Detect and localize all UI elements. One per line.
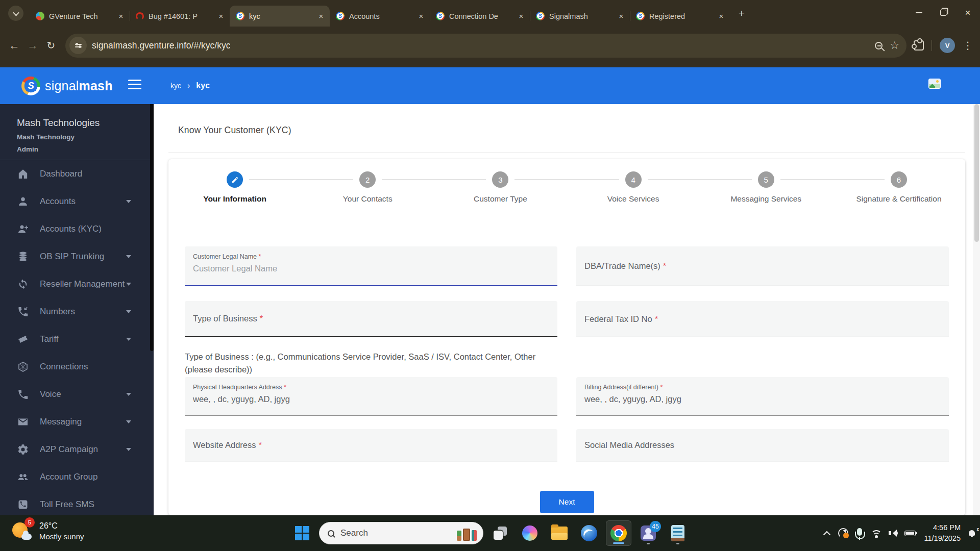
site-info-icon[interactable] bbox=[69, 37, 87, 54]
sidebar-item-a2p-campaign[interactable]: A2P Campaign bbox=[0, 436, 154, 463]
sidebar-item-voice[interactable]: Voice bbox=[0, 381, 154, 408]
step-4[interactable]: 4Voice Services bbox=[567, 171, 700, 204]
billing-address-field[interactable]: Billing Address(if different) * wee, , d… bbox=[576, 377, 949, 416]
browser-tab[interactable]: Bug #14601: P bbox=[130, 6, 230, 27]
sidebar-item-toll-free-sms[interactable]: Toll Free SMS bbox=[0, 491, 154, 515]
microphone-icon[interactable] bbox=[857, 528, 862, 536]
tab-close-icon[interactable] bbox=[617, 12, 626, 21]
sidebar-item-reseller-management[interactable]: Reseller Management bbox=[0, 270, 154, 298]
browser-tab[interactable]: SRegistered bbox=[630, 6, 730, 27]
address-bar[interactable]: signalmash.gventure.info/#/kyc/kyc bbox=[65, 34, 906, 58]
content-scrollbar-thumb[interactable] bbox=[974, 104, 979, 242]
taskbar-clock[interactable]: 4:56 PM 11/19/2025 bbox=[924, 522, 961, 544]
dba-trade-name-field[interactable]: DBA/Trade Name(s)* bbox=[576, 246, 949, 286]
next-button[interactable]: Next bbox=[540, 491, 594, 513]
thunderbird-button[interactable] bbox=[576, 520, 602, 546]
step-2[interactable]: 2Your Contacts bbox=[301, 171, 434, 204]
sidebar-item-numbers[interactable]: Numbers bbox=[0, 298, 154, 325]
breadcrumb-current[interactable]: kyc bbox=[196, 81, 210, 90]
people-icon bbox=[17, 471, 29, 483]
sidebar-item-dashboard[interactable]: Dashboard bbox=[0, 160, 154, 188]
browser-tab[interactable]: GVenture Tech bbox=[30, 6, 130, 27]
physical-hq-address-field[interactable]: Physical Headquarters Address * wee, , d… bbox=[185, 377, 557, 416]
chrome-button[interactable] bbox=[606, 520, 631, 546]
browser-menu-icon[interactable] bbox=[963, 39, 973, 52]
weather-widget[interactable]: 5 26°C Mostly sunny bbox=[12, 520, 84, 541]
copilot-button[interactable] bbox=[517, 520, 543, 546]
bookmark-star-icon[interactable] bbox=[890, 39, 899, 52]
back-button[interactable] bbox=[5, 36, 23, 55]
step-3[interactable]: 3Customer Type bbox=[434, 171, 567, 204]
social-media-field[interactable]: Social Media Addresses bbox=[576, 429, 949, 462]
sidebar-item-ob-sip-trunking[interactable]: OB SIP Trunking bbox=[0, 243, 154, 270]
signalmash-favicon-icon: S bbox=[336, 12, 345, 20]
clock-date: 11/19/2025 bbox=[924, 533, 961, 544]
tab-close-icon[interactable] bbox=[517, 12, 526, 21]
sidebar-item-tariff[interactable]: Tariff bbox=[0, 325, 154, 353]
step-6[interactable]: 6Signature & Certification bbox=[832, 171, 965, 204]
required-mark: * bbox=[284, 384, 286, 391]
new-tab-button[interactable] bbox=[734, 6, 749, 21]
sidebar-menu: DashboardAccountsAccounts (KYC)OB SIP Tr… bbox=[0, 160, 154, 515]
home-icon bbox=[17, 168, 29, 180]
billing-address-value[interactable]: wee, , dc, yguyg, AD, jgyg bbox=[584, 394, 941, 404]
teams-button[interactable]: 45 bbox=[635, 520, 661, 546]
notepad-button[interactable] bbox=[665, 520, 691, 546]
sidebar-scrollbar[interactable] bbox=[150, 104, 154, 351]
url-text[interactable]: signalmash.gventure.info/#/kyc/kyc bbox=[92, 40, 230, 51]
field-label: Federal Tax ID No bbox=[584, 314, 652, 324]
tab-close-icon[interactable] bbox=[116, 12, 126, 21]
extensions-icon[interactable] bbox=[914, 40, 924, 51]
customer-legal-name-input[interactable] bbox=[193, 264, 549, 273]
tab-close-icon[interactable] bbox=[717, 12, 726, 21]
tab-search-button[interactable] bbox=[8, 6, 23, 21]
network-volume-battery-group[interactable] bbox=[871, 529, 916, 537]
step-number: 5 bbox=[758, 171, 774, 188]
sidebar-item-account-group[interactable]: Account Group bbox=[0, 463, 154, 491]
notification-bell-icon[interactable]: z bbox=[968, 530, 976, 537]
sidebar-item-connections[interactable]: Connections bbox=[0, 353, 154, 381]
sidebar-item-accounts[interactable]: Accounts bbox=[0, 188, 154, 215]
tab-close-icon[interactable] bbox=[416, 12, 426, 21]
physical-hq-address-value[interactable]: wee, , dc, yguyg, AD, jgyg bbox=[193, 394, 549, 404]
required-mark: * bbox=[655, 314, 658, 324]
sidebar-item-messaging[interactable]: Messaging bbox=[0, 408, 154, 436]
forward-button[interactable] bbox=[23, 36, 42, 55]
breadcrumb-parent[interactable]: kyc bbox=[170, 82, 181, 90]
content-scrollbar[interactable] bbox=[973, 104, 980, 515]
start-button[interactable] bbox=[289, 520, 315, 546]
website-address-field[interactable]: Website Address* bbox=[185, 429, 557, 462]
breadcrumb: kyc › kyc bbox=[170, 81, 210, 90]
step-number: 2 bbox=[359, 171, 376, 188]
zoom-out-icon[interactable] bbox=[875, 42, 883, 49]
sidebar-item-accounts-kyc[interactable]: Accounts (KYC) bbox=[0, 215, 154, 243]
tab-close-icon[interactable] bbox=[216, 12, 226, 21]
hamburger-menu-icon[interactable] bbox=[128, 80, 141, 89]
customer-legal-name-field[interactable]: Customer Legal Name * bbox=[185, 246, 557, 286]
sidebar-item-label: Accounts bbox=[40, 196, 76, 207]
type-of-business-field[interactable]: Type of Business* bbox=[185, 301, 557, 337]
step-5[interactable]: 5Messaging Services bbox=[700, 171, 832, 204]
taskbar-search[interactable] bbox=[319, 522, 483, 544]
close-window-button[interactable] bbox=[955, 0, 980, 26]
reload-button[interactable] bbox=[42, 36, 60, 55]
profile-image-icon[interactable] bbox=[928, 79, 941, 89]
step-1[interactable]: Your Information bbox=[168, 171, 301, 204]
search-input[interactable] bbox=[340, 528, 457, 538]
tab-strip-tabs: GVenture TechBug #14601: PSkycSAccountsS… bbox=[30, 6, 730, 27]
tab-close-icon[interactable] bbox=[316, 12, 326, 21]
browser-tab[interactable]: SAccounts bbox=[330, 6, 430, 27]
browser-tab[interactable]: SSignalmash bbox=[530, 6, 630, 27]
task-view-icon bbox=[494, 527, 507, 540]
browser-tab[interactable]: SConnection De bbox=[430, 6, 530, 27]
tray-overflow-icon[interactable] bbox=[823, 531, 830, 538]
restore-button[interactable] bbox=[931, 0, 955, 26]
federal-tax-id-field[interactable]: Federal Tax ID No* bbox=[576, 301, 949, 337]
file-explorer-button[interactable] bbox=[547, 520, 572, 546]
browser-tab[interactable]: Skyc bbox=[230, 6, 330, 27]
minimize-button[interactable] bbox=[906, 0, 931, 26]
profile-avatar[interactable]: V bbox=[940, 38, 955, 53]
sync-icon[interactable] bbox=[838, 528, 848, 538]
task-view-button[interactable] bbox=[487, 520, 513, 546]
active-app-indicator bbox=[613, 542, 624, 544]
